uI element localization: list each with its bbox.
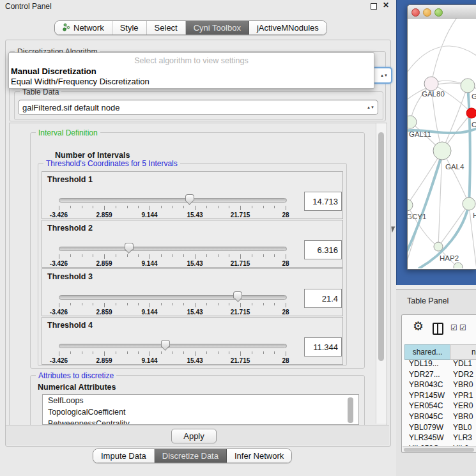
threshold-label: Threshold 1 [47, 175, 93, 184]
checkbox-icon[interactable]: ☑ [450, 323, 457, 332]
group-title: Interval Definition [36, 128, 100, 137]
node-red-selected[interactable] [466, 108, 476, 118]
dropdown-option-manual-discretization[interactable]: Manual Discretization [11, 66, 96, 76]
node-top-right[interactable] [461, 79, 475, 93]
node-hap2[interactable] [434, 242, 443, 251]
slider-handle[interactable] [125, 243, 134, 254]
list-item[interactable]: TopologicalCoefficient [43, 406, 358, 418]
tab-style[interactable]: Style [112, 21, 147, 35]
checkbox-icon[interactable]: ☑ [459, 323, 466, 332]
close-traffic-light[interactable] [411, 8, 420, 17]
group-title: Threshold's Coordinates for 5 Intervals [43, 159, 180, 168]
network-canvas[interactable]: GAL80 GA C GAL11 GAL4 GCY1 H HAP2 [408, 19, 476, 268]
tab-jactivemnodules[interactable]: jActiveMNodules [249, 21, 326, 35]
list-item[interactable]: SelfLoops [43, 395, 358, 406]
table-panel-titlebar: Table Panel [396, 289, 476, 311]
threshold-4-value-field[interactable]: 11.344 [304, 337, 342, 357]
slider-handle[interactable] [233, 291, 242, 302]
tab-label: Network [73, 23, 104, 33]
tab-impute-data[interactable]: Impute Data [93, 449, 155, 463]
threshold-label: Threshold 4 [47, 321, 93, 330]
columns-icon[interactable] [433, 323, 443, 335]
apply-button[interactable]: Apply [171, 429, 217, 443]
network-icon [63, 23, 70, 33]
list-scrollbar[interactable] [348, 397, 353, 423]
table-row[interactable]: YDR27...YDR2 [404, 370, 476, 381]
tab-cyni-toolbox[interactable]: Cyni Toolbox [186, 21, 249, 35]
slider-track[interactable] [59, 344, 287, 348]
threshold-1-slider[interactable]: -3.426 2.859 9.144 15.43 21.715 28 [59, 195, 286, 218]
minimize-traffic-light[interactable] [423, 8, 431, 17]
column-header-shared-name[interactable]: shared... [404, 344, 450, 360]
slider-track[interactable] [59, 247, 287, 251]
node-label-gcy1: GCY1 [408, 213, 426, 220]
slider-ticks [59, 303, 286, 308]
table-horizontal-scrollbar[interactable] [403, 446, 476, 452]
combo-arrows-icon: ▲▼ [380, 74, 388, 77]
table-row[interactable]: YPR145WYPR1 [404, 391, 476, 402]
cyni-mode-tabbar: Impute Data Discretize Data Infer Networ… [93, 449, 292, 463]
node-bottom[interactable] [454, 263, 463, 268]
slider-ticks [59, 351, 286, 357]
tab-network[interactable]: Network [55, 21, 112, 35]
threshold-2-panel: Threshold 2 -3.426 2.859 9.144 15.43 21.… [42, 220, 343, 268]
table-panel-title: Table Panel [407, 296, 449, 305]
node-gal80[interactable] [424, 77, 438, 91]
threshold-label: Threshold 3 [47, 272, 93, 281]
combo-value: galFiltered.sif default node [22, 103, 119, 112]
slider-tick-labels: -3.426 2.859 9.144 15.43 21.715 28 [59, 211, 286, 219]
slider-ticks [59, 254, 286, 259]
zoom-traffic-light[interactable] [434, 8, 443, 17]
dropdown-option-equal-width-frequency[interactable]: Equal Width/Frequency Discretization [11, 77, 150, 86]
node-gcy1[interactable] [408, 199, 413, 211]
group-title: Attributes to discretize [36, 371, 116, 380]
number-of-intervals-label: Number of Intervals [55, 151, 130, 160]
list-item[interactable]: BetweennessCentrality [43, 418, 358, 425]
control-panel: Control Panel ✕ Network Style Select Cyn… [0, 0, 396, 476]
table-row[interactable]: YBL079WYBL0 [404, 423, 476, 434]
node-label-gal11: GAL11 [409, 130, 431, 138]
control-panel-tabbar: Network Style Select Cyni Toolbox jActiv… [54, 20, 327, 35]
table-row[interactable]: YDL19...YDL1 [404, 359, 476, 370]
table-row[interactable]: YER054CYER0 [404, 401, 476, 412]
slider-track[interactable] [59, 295, 287, 300]
slider-handle[interactable] [161, 340, 170, 351]
table-row[interactable]: YBR045CYBR0 [404, 412, 476, 423]
table-row[interactable]: YLR345WYLR3 [404, 433, 476, 444]
scrollbar-thumb[interactable] [404, 448, 474, 452]
threshold-4-panel: Threshold 4 -3.426 2.859 9.144 15.43 21.… [42, 317, 343, 365]
gear-icon[interactable]: ⚙ [413, 319, 424, 334]
threshold-3-slider[interactable]: -3.426 2.859 9.144 15.43 21.715 28 [59, 292, 286, 315]
algorithm-dropdown-popup: Select algorithm to view settings Manual… [8, 52, 374, 89]
network-graph: GAL80 GA C GAL11 GAL4 GCY1 H HAP2 [408, 19, 476, 268]
panel-divider [396, 285, 476, 289]
network-window-titlebar[interactable] [408, 5, 476, 19]
scrollbar-thumb[interactable] [378, 132, 384, 361]
slider-handle[interactable] [185, 194, 194, 205]
threshold-2-value-field[interactable]: 6.316 [304, 240, 342, 259]
column-header-name[interactable]: n... [450, 344, 476, 360]
threshold-1-value-field[interactable]: 14.713 [304, 192, 342, 211]
group-title: Table Data [20, 88, 61, 96]
node-right-mid[interactable] [463, 197, 475, 210]
threshold-label: Threshold 2 [47, 224, 93, 233]
numerical-attributes-list[interactable]: SelfLoops TopologicalCoefficient Between… [42, 394, 359, 425]
table-panel: ⚙ ☑ ☑ shared... n... YDL19...YDL1 YDR27.… [396, 311, 476, 476]
tab-infer-network[interactable]: Infer Network [227, 449, 291, 463]
close-icon[interactable]: ✕ [383, 1, 389, 10]
slider-track[interactable] [59, 198, 287, 203]
screenshot: Control Panel ✕ Network Style Select Cyn… [0, 0, 476, 476]
threshold-4-slider[interactable]: -3.426 2.859 9.144 15.43 21.715 28 [59, 341, 286, 364]
slider-tick-labels: -3.426 2.859 9.144 15.43 21.715 28 [59, 260, 286, 268]
settings-vertical-scrollbar[interactable] [376, 123, 387, 424]
threshold-3-value-field[interactable]: 21.4 [304, 289, 342, 308]
tab-discretize-data[interactable]: Discretize Data [155, 449, 227, 463]
node-label-hap2: HAP2 [440, 254, 459, 262]
tab-select[interactable]: Select [147, 21, 186, 35]
network-view-window: GAL80 GA C GAL11 GAL4 GCY1 H HAP2 [407, 4, 476, 270]
float-window-icon[interactable] [371, 3, 377, 10]
table-data-combobox[interactable]: galFiltered.sif default node ▲▼ [18, 100, 378, 115]
node-gal4[interactable] [433, 142, 451, 160]
table-row[interactable]: YBR043CYBR0 [404, 380, 476, 391]
threshold-2-slider[interactable]: -3.426 2.859 9.144 15.43 21.715 28 [59, 243, 286, 266]
